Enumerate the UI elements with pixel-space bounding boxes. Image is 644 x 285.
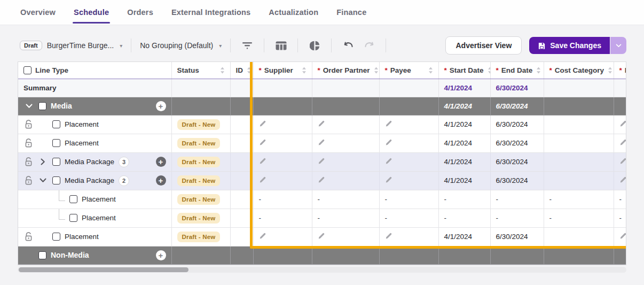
edit-pencil-icon[interactable]	[385, 157, 392, 165]
horizontal-scrollbar[interactable]	[18, 267, 626, 273]
edit-pencil-icon[interactable]	[385, 120, 392, 127]
unlock-icon[interactable]	[25, 138, 33, 148]
cell-payee[interactable]	[379, 171, 438, 190]
unlock-icon[interactable]	[25, 157, 33, 166]
cell-endDate[interactable]: 6/30/2024	[490, 152, 544, 171]
row-checkbox[interactable]	[69, 214, 77, 222]
cell-supplier[interactable]	[253, 115, 312, 134]
cell-estimated[interactable]	[614, 227, 626, 246]
edit-pencil-icon[interactable]	[318, 138, 325, 146]
scrollbar-thumb[interactable]	[19, 267, 189, 272]
cell-startDate[interactable]: 4/1/2024	[438, 152, 490, 171]
cell-orderPartner[interactable]	[312, 115, 379, 134]
row-checkbox[interactable]	[52, 176, 60, 184]
cell-estimated[interactable]	[614, 115, 626, 134]
add-line-button[interactable]: +	[156, 175, 166, 186]
tab-finance[interactable]: Finance	[336, 0, 366, 25]
column-header-startDate[interactable]: *Start Date	[438, 62, 490, 79]
cell-estimated[interactable]	[614, 171, 626, 190]
row-checkbox[interactable]	[69, 195, 77, 203]
edit-pencil-icon[interactable]	[259, 138, 266, 146]
row-checkbox[interactable]	[52, 139, 60, 147]
chevron-right-icon[interactable]	[41, 158, 45, 165]
edit-pencil-icon[interactable]	[259, 232, 266, 240]
cell-startDate[interactable]: 4/1/2024	[438, 115, 490, 134]
cell-endDate[interactable]: 6/30/2024	[490, 227, 544, 246]
row-checkbox[interactable]	[38, 102, 46, 110]
save-changes-button[interactable]: Save Changes	[529, 37, 610, 54]
cell-endDate[interactable]: 6/30/2024	[490, 115, 544, 134]
redo-button[interactable]	[361, 37, 377, 53]
undo-button[interactable]	[340, 37, 356, 53]
filter-button[interactable]	[239, 37, 255, 53]
cell-payee[interactable]	[379, 227, 438, 246]
cell-payee[interactable]	[379, 134, 438, 152]
cell-startDate[interactable]: 4/1/2024	[438, 171, 490, 190]
select-all-checkbox[interactable]	[23, 66, 32, 74]
edit-pencil-icon[interactable]	[259, 176, 266, 183]
row-checkbox[interactable]	[38, 251, 46, 259]
column-header-endDate[interactable]: *End Date	[490, 62, 544, 79]
edit-pencil-icon[interactable]	[259, 157, 266, 165]
column-header-costCategory[interactable]: *Cost Category	[544, 62, 614, 79]
cell-endDate[interactable]: 6/30/2024	[490, 171, 544, 190]
unlock-icon[interactable]	[25, 232, 33, 241]
cell-estimated[interactable]	[614, 134, 626, 152]
tab-actualization[interactable]: Actualization	[269, 0, 318, 25]
edit-pencil-icon[interactable]	[385, 232, 392, 240]
save-options-dropdown[interactable]	[610, 37, 626, 54]
advertiser-view-button[interactable]: Advertiser View	[445, 36, 522, 55]
cell-supplier[interactable]	[253, 152, 312, 171]
cell-estimated[interactable]	[614, 152, 626, 171]
chart-button[interactable]	[307, 37, 323, 53]
add-line-button[interactable]: +	[156, 101, 166, 111]
unlock-icon[interactable]	[25, 120, 33, 129]
edit-pencil-icon[interactable]	[619, 176, 627, 183]
chevron-down-icon[interactable]	[26, 104, 33, 109]
column-header-status[interactable]: Status	[171, 62, 230, 79]
cell-orderPartner[interactable]	[312, 227, 379, 246]
tab-schedule[interactable]: Schedule	[74, 0, 109, 25]
campaign-selector[interactable]: Draft BurgerTime Burge... ▾	[18, 41, 131, 50]
column-header-estimated[interactable]: *Es	[614, 62, 626, 79]
add-line-button[interactable]: +	[156, 157, 166, 167]
cell-payee[interactable]	[379, 115, 438, 134]
column-header-id[interactable]: ID	[230, 62, 253, 79]
chevron-down-icon[interactable]	[40, 178, 46, 183]
edit-pencil-icon[interactable]	[385, 176, 392, 183]
cell-startDate[interactable]: 4/1/2024	[438, 134, 490, 152]
cell-supplier[interactable]	[253, 227, 312, 246]
edit-pencil-icon[interactable]	[318, 120, 325, 127]
edit-pencil-icon[interactable]	[318, 232, 325, 240]
edit-pencil-icon[interactable]	[619, 138, 627, 146]
column-header-orderPartner[interactable]: *Order Partner	[312, 62, 379, 79]
row-checkbox[interactable]	[52, 233, 60, 241]
edit-pencil-icon[interactable]	[259, 120, 266, 127]
tab-overview[interactable]: Overview	[20, 0, 56, 25]
column-header-supplier[interactable]: *Supplier	[253, 62, 312, 79]
columns-button[interactable]	[273, 37, 289, 53]
expand-toggle[interactable]	[37, 158, 48, 165]
grouping-selector[interactable]: No Grouping (Default) ▾	[131, 41, 230, 50]
edit-pencil-icon[interactable]	[385, 138, 392, 146]
cell-orderPartner[interactable]	[312, 152, 379, 171]
row-checkbox[interactable]	[52, 158, 60, 166]
add-line-button[interactable]: +	[156, 250, 166, 260]
edit-pencil-icon[interactable]	[619, 157, 627, 165]
tab-orders[interactable]: Orders	[127, 0, 153, 25]
cell-startDate[interactable]: 4/1/2024	[438, 227, 490, 246]
expand-toggle[interactable]	[37, 178, 48, 183]
cell-payee[interactable]	[379, 152, 438, 171]
edit-pencil-icon[interactable]	[318, 176, 325, 183]
cell-supplier[interactable]	[253, 134, 312, 152]
cell-supplier[interactable]	[253, 171, 312, 190]
cell-orderPartner[interactable]	[312, 134, 379, 152]
edit-pencil-icon[interactable]	[619, 120, 627, 127]
tab-external-integrations[interactable]: External Integrations	[171, 0, 250, 25]
unlock-icon[interactable]	[25, 176, 33, 185]
edit-pencil-icon[interactable]	[318, 157, 325, 165]
cell-orderPartner[interactable]	[312, 171, 379, 190]
edit-pencil-icon[interactable]	[619, 232, 627, 240]
row-checkbox[interactable]	[52, 120, 60, 128]
cell-endDate[interactable]: 6/30/2024	[490, 134, 544, 152]
